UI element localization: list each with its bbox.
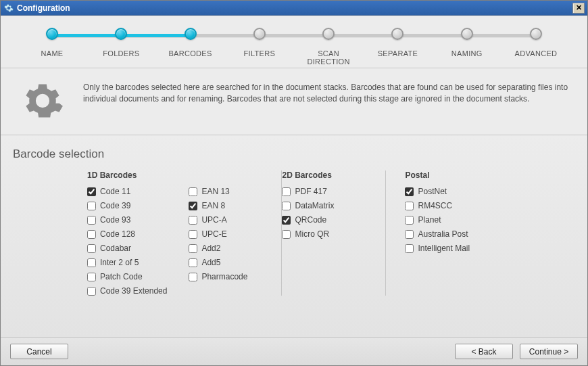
checkbox-input[interactable] — [87, 258, 96, 267]
checkbox-input[interactable] — [282, 230, 291, 239]
checkbox-upc-a[interactable]: UPC-A — [189, 215, 247, 225]
close-button[interactable]: ✕ — [572, 3, 585, 14]
checkbox-input[interactable] — [87, 244, 96, 253]
step-barcodes[interactable]: BARCODES — [157, 28, 224, 58]
step-label: NAME — [41, 49, 64, 58]
subcol-2d: PDF 417 DataMatrix QRCode Micro QR — [282, 187, 334, 239]
checkbox-rm4scc[interactable]: RM4SCC — [405, 201, 470, 210]
step-separate[interactable]: SEPARATE — [364, 28, 431, 58]
step-dot[interactable] — [185, 28, 197, 40]
checkbox-label: Micro QR — [295, 229, 329, 239]
checkbox-australia-post[interactable]: Australia Post — [405, 229, 470, 239]
checkbox-input[interactable] — [189, 244, 197, 253]
checkbox-input[interactable] — [189, 258, 197, 267]
checkbox-label: QRCode — [295, 215, 326, 225]
checkbox-input[interactable] — [405, 244, 414, 253]
checkbox-intelligent-mail[interactable]: Intelligent Mail — [405, 244, 470, 253]
checkbox-input[interactable] — [87, 273, 96, 281]
content-area: Barcode selection 1D Barcodes Code 11 Co… — [1, 135, 587, 337]
checkbox-micro-qr[interactable]: Micro QR — [282, 229, 334, 239]
checkbox-input[interactable] — [405, 202, 414, 210]
checkbox-inter-2-of-5[interactable]: Inter 2 of 5 — [87, 258, 167, 267]
checkbox-label: Code 11 — [100, 187, 130, 196]
step-filters[interactable]: FILTERS — [226, 28, 293, 58]
checkbox-label: Pharmacode — [201, 272, 247, 281]
checkbox-add2[interactable]: Add2 — [189, 244, 247, 253]
checkbox-code-128[interactable]: Code 128 — [87, 229, 167, 239]
wizard-stepper: NAME FOLDERS BARCODES FILTERS SCAN DIREC… — [1, 16, 587, 68]
checkbox-input[interactable] — [405, 216, 414, 225]
back-button[interactable]: < Back — [455, 344, 513, 359]
checkbox-ean-8[interactable]: EAN 8 — [189, 201, 247, 210]
checkbox-add5[interactable]: Add5 — [189, 258, 247, 267]
checkbox-input[interactable] — [189, 216, 197, 225]
group-2d-barcodes: 2D Barcodes PDF 417 DataMatrix QRCode Mi… — [281, 170, 386, 296]
info-text: Only the barcodes selected here are sear… — [83, 79, 572, 106]
checkbox-input[interactable] — [87, 230, 96, 239]
step-dot[interactable] — [391, 28, 403, 40]
checkbox-label: UPC-A — [201, 215, 226, 225]
checkbox-input[interactable] — [282, 202, 291, 210]
group-header-2d: 2D Barcodes — [282, 170, 334, 180]
checkbox-code-39-extended[interactable]: Code 39 Extended — [87, 286, 167, 296]
checkbox-datamatrix[interactable]: DataMatrix — [282, 201, 334, 210]
step-dot[interactable] — [253, 28, 266, 40]
step-dot[interactable] — [530, 28, 542, 40]
checkbox-input[interactable] — [189, 187, 197, 196]
checkbox-input[interactable] — [87, 287, 96, 296]
checkbox-input[interactable] — [189, 202, 197, 210]
cancel-button[interactable]: Cancel — [10, 344, 68, 359]
step-label: ADVANCED — [515, 49, 558, 58]
checkbox-input[interactable] — [189, 273, 197, 281]
checkbox-label: Intelligent Mail — [418, 244, 470, 253]
step-label: SEPARATE — [378, 49, 418, 58]
checkbox-input[interactable] — [87, 187, 96, 196]
step-dot[interactable] — [322, 28, 335, 40]
checkbox-label: Add5 — [201, 258, 220, 267]
step-dot[interactable] — [461, 28, 473, 40]
section-title: Barcode selection — [13, 147, 575, 161]
config-window: Configuration ✕ NAME FOLDERS BARCODES FI… — [0, 0, 588, 366]
step-label: SCAN DIRECTION — [308, 49, 350, 66]
checkbox-qrcode[interactable]: QRCode — [282, 215, 334, 225]
checkbox-input[interactable] — [282, 187, 291, 196]
continue-button[interactable]: Continue > — [520, 344, 578, 359]
checkbox-label: PostNet — [418, 187, 447, 196]
checkbox-code-11[interactable]: Code 11 — [87, 187, 167, 196]
checkbox-input[interactable] — [405, 230, 414, 239]
checkbox-ean-13[interactable]: EAN 13 — [189, 187, 247, 196]
group-postal: Postal PostNet RM4SCC Planet Australia P… — [386, 170, 489, 296]
group-header-postal: Postal — [405, 170, 470, 180]
close-icon: ✕ — [576, 3, 582, 12]
step-naming[interactable]: NAMING — [433, 28, 501, 58]
step-dot[interactable] — [46, 28, 58, 40]
step-label: NAMING — [451, 49, 483, 58]
checkbox-postnet[interactable]: PostNet — [405, 187, 470, 196]
step-name[interactable]: NAME — [18, 28, 86, 58]
checkbox-label: Planet — [418, 215, 441, 225]
checkbox-patch-code[interactable]: Patch Code — [87, 272, 167, 281]
checkbox-input[interactable] — [282, 216, 291, 225]
step-advanced[interactable]: ADVANCED — [502, 28, 570, 58]
step-folders[interactable]: FOLDERS — [87, 28, 155, 58]
checkbox-pharmacode[interactable]: Pharmacode — [189, 272, 247, 281]
checkbox-input[interactable] — [87, 202, 96, 210]
checkbox-pdf-417[interactable]: PDF 417 — [282, 187, 334, 196]
checkbox-code-93[interactable]: Code 93 — [87, 215, 167, 225]
checkbox-input[interactable] — [405, 187, 414, 196]
step-label: BARCODES — [168, 49, 212, 58]
checkbox-label: Patch Code — [100, 272, 143, 281]
step-scan-direction[interactable]: SCAN DIRECTION — [295, 28, 362, 66]
checkbox-planet[interactable]: Planet — [405, 215, 470, 225]
subcol-1d-left: Code 11 Code 39 Code 93 Code 128 Codabar… — [87, 187, 167, 296]
checkbox-upc-e[interactable]: UPC-E — [189, 229, 247, 239]
gear-icon — [3, 3, 14, 14]
checkbox-code-39[interactable]: Code 39 — [87, 201, 167, 210]
footer: Cancel < Back Continue > — [1, 337, 587, 365]
checkbox-label: Inter 2 of 5 — [100, 258, 139, 267]
checkbox-input[interactable] — [189, 230, 197, 239]
checkbox-codabar[interactable]: Codabar — [87, 244, 167, 253]
step-dot[interactable] — [115, 28, 127, 40]
checkbox-input[interactable] — [87, 216, 96, 225]
info-band: Only the barcodes selected here are sear… — [1, 68, 587, 135]
